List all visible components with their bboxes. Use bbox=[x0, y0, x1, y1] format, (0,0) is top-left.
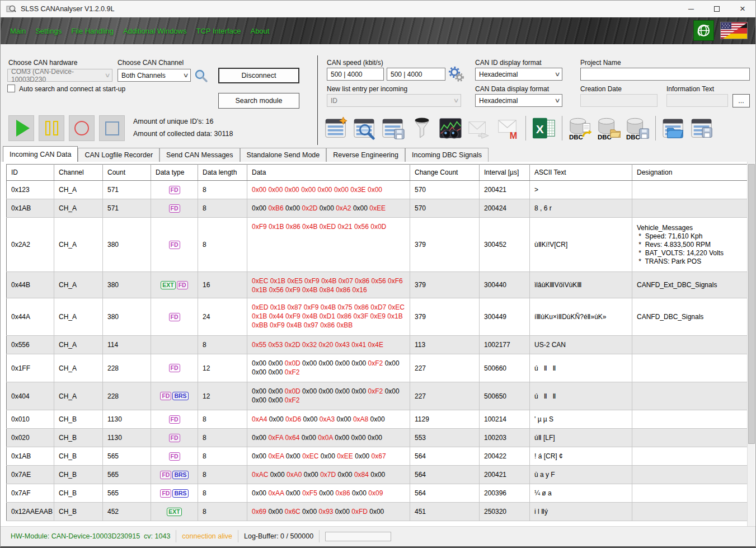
column-header-designation[interactable]: Designation bbox=[632, 165, 749, 181]
panel-divider bbox=[317, 55, 318, 145]
cell-data-type: FD bbox=[151, 429, 198, 447]
can-speed-input-a[interactable] bbox=[327, 68, 384, 81]
cell-designation bbox=[632, 354, 749, 382]
tab-can-logfile-recorder[interactable]: CAN Logfile Recorder bbox=[78, 148, 159, 162]
dbc-convert-icon[interactable]: DBC bbox=[567, 115, 593, 141]
cell-channel: CH_A bbox=[54, 382, 103, 410]
tab-standalone-send-mode[interactable]: Standalone Send Mode bbox=[240, 148, 327, 162]
cell-data-length: 8 bbox=[198, 484, 247, 503]
data-format-label: CAN Data display format bbox=[475, 85, 549, 93]
cell-channel: CH_B bbox=[54, 484, 103, 503]
cell-change-count: 564 bbox=[410, 447, 480, 466]
search-hardware-icon[interactable] bbox=[194, 69, 208, 84]
language-globe-icon[interactable] bbox=[693, 20, 714, 41]
menu-main[interactable]: Main bbox=[10, 27, 26, 35]
disconnect-button[interactable]: Disconnect bbox=[218, 68, 299, 83]
cell-data-type: FD bbox=[151, 410, 198, 429]
can-row-0x1AB[interactable]: 0x1ABCH_A571FD80x00 0xB6 0x00 0x2D 0x00 … bbox=[7, 199, 749, 218]
scrollbar-thumb[interactable] bbox=[748, 164, 755, 444]
cell-count: 565 bbox=[103, 447, 151, 466]
menu-settings[interactable]: Settings bbox=[35, 27, 62, 35]
tab-reverse-engineering[interactable]: Reverse Engineering bbox=[326, 148, 405, 162]
pause-button[interactable] bbox=[39, 115, 64, 141]
project-open-icon[interactable] bbox=[661, 115, 687, 141]
language-flag-us-de-icon[interactable] bbox=[720, 22, 748, 39]
can-row-0x7AF[interactable]: 0x7AFCH_B565FDBRS80x00 0xAA 0x00 0xF5 0x… bbox=[7, 484, 749, 503]
hardware-label: Choose CAN hardware bbox=[8, 59, 77, 67]
stop-button[interactable] bbox=[99, 115, 125, 141]
cell-data: 0xA4 0x00 0xD6 0x00 0xA3 0x00 0xA8 0x00 bbox=[247, 410, 410, 429]
unique-ids-stat: Amount of unique ID's: 16 bbox=[133, 118, 213, 125]
menu-file-handling[interactable]: File Handling bbox=[71, 27, 114, 35]
svg-text:DBC: DBC bbox=[569, 134, 583, 140]
can-row-0x2A2[interactable]: 0x2A2CH_A380FD80xF9 0x1B 0x86 0x4B 0xED … bbox=[7, 218, 749, 272]
badge-brs: BRS bbox=[172, 392, 188, 400]
info-text-more-button[interactable]: ... bbox=[732, 94, 750, 107]
column-header-count[interactable]: Count bbox=[103, 165, 151, 181]
tab-send-can-messages[interactable]: Send CAN Messages bbox=[159, 148, 240, 162]
data-format-select[interactable]: Hexadecimal∨ bbox=[475, 94, 562, 107]
new-list-window-icon[interactable] bbox=[323, 115, 349, 141]
cell-change-count: 379 bbox=[410, 272, 480, 298]
maximize-button[interactable] bbox=[704, 1, 730, 17]
dbc-open-icon[interactable]: DBC bbox=[596, 115, 622, 141]
cell-channel: CH_B bbox=[54, 429, 103, 447]
column-header-data[interactable]: Data bbox=[247, 165, 410, 181]
gmail-icon[interactable]: M bbox=[495, 115, 520, 141]
can-row-0x12AAEAAB[interactable]: 0x12AAEAABCH_B452EXT80x69 0x00 0x6C 0x00… bbox=[7, 503, 749, 521]
close-button[interactable]: × bbox=[730, 1, 755, 17]
can-row-0x556[interactable]: 0x556CH_A11480x55 0x53 0x2D 0x32 0x20 0x… bbox=[7, 336, 749, 354]
search-module-button[interactable]: Search module bbox=[218, 93, 299, 109]
badge-fd: FD bbox=[160, 471, 171, 479]
can-row-0x1FF[interactable]: 0x1FFCH_A228FD120x00 0x00 0x0D 0x00 0x00… bbox=[7, 354, 749, 382]
signal-analysis-icon[interactable] bbox=[438, 115, 463, 141]
channel-label: Choose CAN Channel bbox=[118, 59, 184, 67]
column-header-change-count[interactable]: Change Count bbox=[410, 165, 480, 181]
can-row-0x020[interactable]: 0x020CH_B1130FD80x00 0xFA 0x64 0x00 0x0A… bbox=[7, 429, 749, 447]
project-save-icon[interactable] bbox=[689, 115, 715, 141]
excel-export-icon[interactable]: X bbox=[531, 115, 557, 141]
can-row-0x44A[interactable]: 0x44ACH_A380FD240xED 0x1B 0x87 0xF9 0x4B… bbox=[7, 298, 749, 336]
column-header-data-type[interactable]: Data type bbox=[151, 165, 198, 181]
cell-channel: CH_A bbox=[54, 354, 103, 382]
search-list-window-icon[interactable] bbox=[352, 115, 378, 141]
column-header-id[interactable]: ID bbox=[7, 165, 54, 181]
cell-change-count: 227 bbox=[410, 382, 480, 410]
can-row-0x404[interactable]: 0x404CH_A228FDBRS120x00 0x00 0x0D 0x00 0… bbox=[7, 382, 749, 410]
speed-settings-gear-icon[interactable] bbox=[448, 67, 464, 84]
menu-about[interactable]: About bbox=[250, 27, 269, 35]
can-row-0x7AE[interactable]: 0x7AECH_B565FDBRS80xAC 0x00 0xA0 0x00 0x… bbox=[7, 466, 749, 484]
cell-channel: CH_A bbox=[54, 298, 103, 336]
cell-data-type: FD bbox=[151, 354, 198, 382]
column-header-ascii-text[interactable]: ASCII Text bbox=[530, 165, 632, 181]
column-header-data-length[interactable]: Data length bbox=[198, 165, 247, 181]
badge-ext: EXT bbox=[167, 508, 181, 516]
project-name-input[interactable] bbox=[580, 68, 750, 81]
menu-additional-windows[interactable]: Additional Windows bbox=[123, 27, 186, 35]
id-format-select[interactable]: Hexadecimal∨ bbox=[475, 68, 562, 81]
can-row-0x1AB[interactable]: 0x1ABCH_B565FD80x00 0xEA 0x00 0xEC 0x00 … bbox=[7, 447, 749, 466]
tab-incoming-dbc-signals[interactable]: Incoming DBC Signals bbox=[405, 148, 489, 162]
project-name-label: Project Name bbox=[580, 59, 621, 67]
record-button[interactable] bbox=[69, 115, 95, 141]
filter-icon[interactable] bbox=[409, 115, 435, 141]
can-row-0x44B[interactable]: 0x44BCH_A380EXTFD160xEC 0x1B 0xE5 0xF9 0… bbox=[7, 272, 749, 298]
cell-channel: CH_B bbox=[54, 503, 103, 521]
can-row-0x010[interactable]: 0x010CH_B1130FD80xA4 0x00 0xD6 0x00 0xA3… bbox=[7, 410, 749, 429]
dbc-save-icon[interactable]: DBC bbox=[624, 115, 650, 141]
can-speed-input-b[interactable] bbox=[387, 68, 445, 81]
cell-id: 0x7AF bbox=[7, 484, 54, 503]
column-header-interval-s-[interactable]: Interval [µs] bbox=[480, 165, 530, 181]
menu-tcp-interface[interactable]: TCP Interface bbox=[196, 27, 241, 35]
minimize-button[interactable]: ─ bbox=[678, 1, 704, 17]
save-list-window-icon[interactable] bbox=[381, 115, 406, 141]
cell-data-length: 8 bbox=[198, 218, 247, 272]
channel-select[interactable]: Both Channels∨ bbox=[118, 69, 191, 82]
column-header-channel[interactable]: Channel bbox=[54, 165, 103, 181]
play-button[interactable] bbox=[8, 115, 34, 141]
auto-search-checkbox[interactable] bbox=[7, 85, 15, 92]
can-row-0x123[interactable]: 0x123CH_A571FD80x00 0x00 0x00 0x00 0x00 … bbox=[7, 181, 749, 199]
badge-fd: FD bbox=[169, 186, 180, 194]
tab-incoming-can-data[interactable]: Incoming CAN Data bbox=[3, 146, 78, 162]
vertical-scrollbar[interactable] bbox=[747, 162, 755, 526]
